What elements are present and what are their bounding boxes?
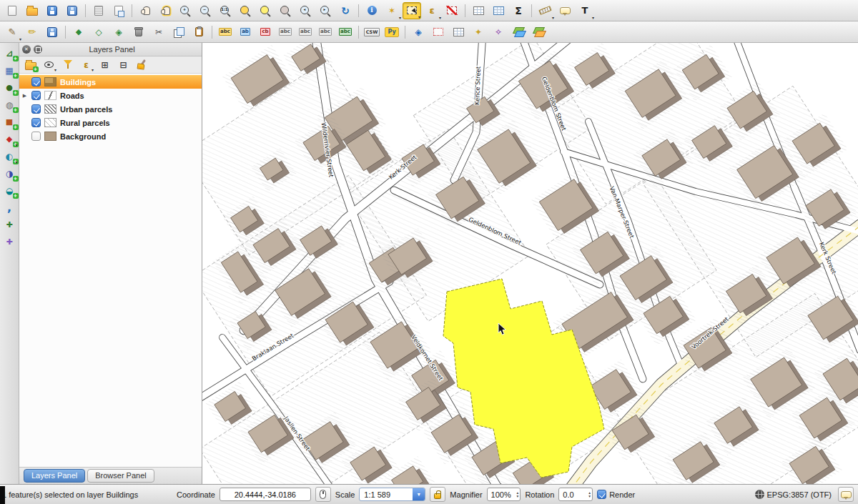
change-label-properties-button[interactable]: abc bbox=[336, 24, 355, 41]
pin-unpin-labels-button[interactable]: ab bbox=[236, 24, 255, 41]
field-calculator-button[interactable]: Σ bbox=[509, 2, 528, 19]
render-toggle[interactable]: Render bbox=[597, 490, 635, 499]
crs-status-button[interactable]: EPSG:3857 (OTF) bbox=[753, 490, 834, 499]
messages-button[interactable] bbox=[838, 487, 854, 502]
save-project-as-button[interactable] bbox=[63, 2, 82, 19]
current-edits-button[interactable]: ✎▾ bbox=[3, 24, 21, 41]
collapse-all-button[interactable]: ⊟ bbox=[116, 58, 131, 71]
coordinate-input[interactable] bbox=[220, 488, 311, 501]
map-themes-button[interactable] bbox=[509, 24, 528, 41]
select-features-rectangle-button[interactable]: ▾ bbox=[403, 2, 421, 19]
add-group-button[interactable] bbox=[23, 58, 38, 71]
zoom-native-button[interactable]: 1:1 bbox=[216, 2, 235, 19]
zoom-in-button[interactable]: + bbox=[176, 2, 194, 19]
metasearch-csw-button[interactable]: CSW bbox=[363, 24, 381, 41]
run-feature-action-button[interactable]: ✶▾ bbox=[383, 2, 401, 19]
python-console-button[interactable]: Py bbox=[383, 24, 401, 41]
expand-arrow-icon[interactable]: ▶ bbox=[21, 93, 28, 99]
manage-layer-visibility-button[interactable]: ▾ bbox=[41, 58, 56, 71]
toggle-editing-button[interactable]: ✏ bbox=[23, 24, 41, 41]
delete-selected-button[interactable] bbox=[129, 24, 148, 41]
add-wcs-layer-button[interactable]: ◑+ bbox=[1, 166, 18, 181]
scale-combobox[interactable]: 1:1 589 ▾ bbox=[359, 488, 425, 501]
zoom-out-button[interactable]: − bbox=[196, 2, 214, 19]
pan-map-button[interactable] bbox=[136, 2, 154, 19]
add-spatialite-layer-button[interactable]: ◍+ bbox=[1, 97, 18, 112]
new-project-button[interactable] bbox=[3, 2, 21, 19]
new-shapefile-layer-button[interactable]: ✚ bbox=[1, 217, 18, 232]
layer-item-roads[interactable]: ▶Roads bbox=[19, 89, 202, 102]
measure-line-button[interactable]: ▾ bbox=[536, 2, 554, 19]
layer-visibility-checkbox[interactable] bbox=[31, 118, 41, 127]
filter-by-expression-button[interactable]: ε▾ bbox=[79, 58, 94, 71]
pan-to-selection-button[interactable] bbox=[156, 2, 174, 19]
show-hide-labels-button[interactable]: abc bbox=[276, 24, 295, 41]
add-feature-button[interactable]: ◆ bbox=[69, 24, 88, 41]
save-layer-edits-button[interactable] bbox=[43, 24, 61, 41]
paste-features-button[interactable] bbox=[189, 24, 208, 41]
raster-table-button[interactable] bbox=[449, 24, 468, 41]
panel-float-button[interactable] bbox=[34, 45, 42, 54]
save-project-button[interactable] bbox=[43, 2, 61, 19]
new-spatialite-layer-button[interactable]: ✚ bbox=[1, 234, 18, 249]
magnifier-spinner[interactable]: ▴▾ bbox=[517, 491, 519, 498]
identify-features-button[interactable]: i bbox=[363, 2, 381, 19]
node-tool-button[interactable]: ◈ bbox=[109, 24, 128, 41]
text-annotation-button[interactable]: T▾ bbox=[576, 2, 594, 19]
add-vector-layer-button[interactable]: ⊿+ bbox=[1, 46, 18, 61]
map-tips-button[interactable] bbox=[556, 2, 574, 19]
spinner-down-icon[interactable]: ▾ bbox=[588, 495, 591, 498]
select-by-expression-button[interactable]: ε▾ bbox=[423, 2, 441, 19]
layer-labeling-options-button[interactable]: abc bbox=[216, 24, 235, 41]
layer-item-urban-parcels[interactable]: Urban parcels bbox=[19, 102, 202, 116]
zoom-to-selection-button[interactable] bbox=[256, 2, 275, 19]
layer-item-buildings[interactable]: Buildings bbox=[19, 75, 202, 89]
scale-dropdown-icon[interactable]: ▾ bbox=[413, 488, 425, 500]
zoom-last-button[interactable]: ◂ bbox=[296, 2, 315, 19]
layer-visibility-checkbox[interactable] bbox=[31, 104, 41, 114]
layer-item-rural-parcels[interactable]: Rural parcels bbox=[19, 116, 202, 129]
remove-layer-button[interactable] bbox=[134, 58, 149, 71]
new-print-composer-button[interactable] bbox=[89, 2, 108, 19]
expand-all-button[interactable]: ⊞ bbox=[97, 58, 112, 71]
tab-layers-panel[interactable]: Layers Panel bbox=[24, 469, 85, 483]
open-attribute-table-button[interactable] bbox=[469, 2, 488, 19]
layer-order-button[interactable] bbox=[529, 24, 548, 41]
add-wfs-layer-button[interactable]: ◒+ bbox=[1, 183, 18, 198]
rotation-spinner[interactable]: ▴▾ bbox=[588, 491, 591, 498]
simplify-wand-button[interactable]: ✦ bbox=[469, 24, 488, 41]
highlight-pinned-labels-button[interactable]: cb bbox=[256, 24, 275, 41]
open-project-button[interactable] bbox=[23, 2, 41, 19]
render-checkbox[interactable] bbox=[597, 490, 606, 499]
zoom-next-button[interactable]: ▸ bbox=[316, 2, 335, 19]
scale-lock-button[interactable] bbox=[430, 487, 445, 502]
layer-item-background[interactable]: Background bbox=[19, 129, 202, 143]
cut-features-button[interactable]: ✂ bbox=[149, 24, 168, 41]
magnifier-spinbox[interactable]: 100% ▴▾ bbox=[487, 488, 521, 501]
filter-legend-button[interactable] bbox=[60, 58, 75, 71]
geometry-checker-button[interactable]: ◈ bbox=[409, 24, 428, 41]
deselect-all-button[interactable] bbox=[443, 2, 461, 19]
composer-manager-button[interactable] bbox=[109, 2, 128, 19]
map-refresh-button[interactable]: ↻ bbox=[336, 2, 355, 19]
rotate-label-button[interactable]: abc bbox=[316, 24, 335, 41]
layer-visibility-checkbox[interactable] bbox=[31, 132, 41, 141]
mouse-position-toggle[interactable] bbox=[315, 487, 331, 502]
copy-features-button[interactable] bbox=[169, 24, 188, 41]
zoom-full-button[interactable] bbox=[236, 2, 255, 19]
panel-close-button[interactable]: ✕ bbox=[22, 45, 31, 54]
rotation-spinbox[interactable]: 0.0 ▴▾ bbox=[558, 488, 593, 501]
layer-visibility-checkbox[interactable] bbox=[31, 91, 41, 100]
move-label-button[interactable]: abc bbox=[296, 24, 315, 41]
add-delimited-text-layer-button[interactable]: , bbox=[1, 200, 18, 215]
add-raster-layer-button[interactable]: ▦+ bbox=[1, 63, 18, 78]
add-postgis-layer-button[interactable]: ●+ bbox=[1, 80, 18, 95]
add-mssql-layer-button[interactable]: ■+ bbox=[1, 114, 18, 129]
map-canvas[interactable]: Kence StreetWilderrivier StreetKerk Stre… bbox=[202, 43, 858, 484]
add-oracle-layer-button[interactable]: ◆+▾ bbox=[1, 132, 18, 147]
add-wms-layer-button[interactable]: ◐+▾ bbox=[1, 149, 18, 164]
statistical-summary-button[interactable] bbox=[489, 2, 508, 19]
select-features-freehand-button[interactable] bbox=[429, 24, 448, 41]
spinner-down-icon[interactable]: ▾ bbox=[517, 495, 519, 498]
layer-visibility-checkbox[interactable] bbox=[31, 77, 41, 87]
